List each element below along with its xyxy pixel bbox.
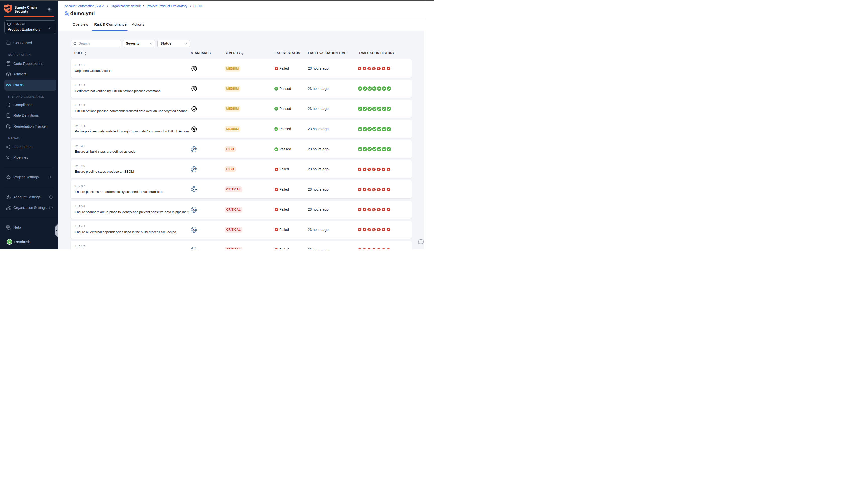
- svg-text:CIS: CIS: [193, 148, 197, 150]
- svg-text:?: ?: [7, 226, 9, 228]
- svg-text:CIS: CIS: [193, 188, 197, 191]
- svg-text:CIS: CIS: [193, 168, 197, 171]
- svg-text:CIS: CIS: [193, 228, 197, 231]
- svg-text:CIS: CIS: [193, 208, 197, 211]
- svg-text:CIS: CIS: [193, 248, 197, 250]
